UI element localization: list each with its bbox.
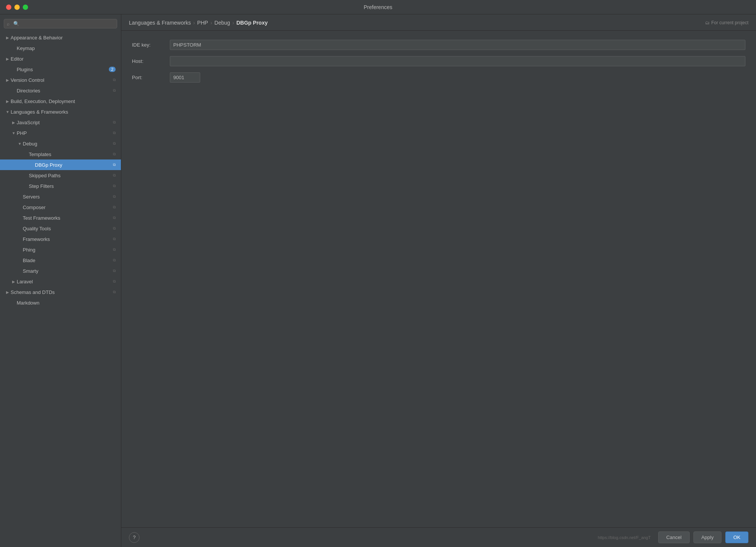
content-header: Languages & Frameworks › PHP › Debug › D… [121,14,756,31]
breadcrumb-part-1: Languages & Frameworks [129,20,191,26]
sidebar-label-templates: Templates [29,152,111,157]
expand-arrow-php [11,130,17,136]
sidebar-label-editor: Editor [11,56,117,62]
sidebar-label-version-control: Version Control [11,77,111,83]
sidebar-label-composer: Composer [23,205,111,210]
breadcrumb-current: DBGp Proxy [237,20,268,26]
search-input[interactable] [4,19,117,28]
sidebar-label-markdown: Markdown [17,300,117,306]
expand-arrow-debug [17,141,23,147]
sidebar: ⌕ Appearance & Behavior Keymap Editor Pl… [0,14,121,547]
sidebar-item-editor[interactable]: Editor [0,53,121,64]
sidebar-item-composer[interactable]: Composer ⧉ [0,202,121,213]
sidebar-item-test-frameworks[interactable]: Test Frameworks ⧉ [0,213,121,223]
copy-icon-servers: ⧉ [111,194,117,200]
minimize-button[interactable] [14,5,20,10]
expand-arrow-build [5,98,11,104]
traffic-lights[interactable] [6,5,28,10]
sidebar-item-quality-tools[interactable]: Quality Tools ⧉ [0,223,121,234]
sidebar-item-build[interactable]: Build, Execution, Deployment [0,96,121,106]
ok-button[interactable]: OK [725,531,748,543]
expand-arrow-javascript [11,119,17,125]
breadcrumb-sep-3: › [232,20,234,26]
copy-icon-phing: ⧉ [111,247,117,253]
for-project-text: For current project [711,20,748,25]
close-button[interactable] [6,5,11,10]
btn-group: Cancel Apply OK [658,531,748,543]
port-label: Port: [132,75,170,80]
ide-key-label: IDE key: [132,42,170,48]
search-container: ⌕ [0,17,121,32]
sidebar-item-templates[interactable]: Templates ⧉ [0,149,121,159]
breadcrumb: Languages & Frameworks › PHP › Debug › D… [129,20,268,26]
sidebar-label-php: PHP [17,130,111,136]
sidebar-item-skipped-paths[interactable]: Skipped Paths ⧉ [0,170,121,181]
host-row: Host: [132,56,745,66]
form-content: IDE key: Host: Port: [121,31,756,527]
sidebar-item-step-filters[interactable]: Step Filters ⧉ [0,181,121,191]
copy-icon-javascript: ⧉ [111,119,117,125]
sidebar-item-languages[interactable]: Languages & Frameworks [0,106,121,117]
sidebar-item-keymap[interactable]: Keymap [0,43,121,53]
cancel-button[interactable]: Cancel [658,531,689,543]
sidebar-item-version-control[interactable]: Version Control ⧉ [0,75,121,85]
copy-icon-test-frameworks: ⧉ [111,215,117,221]
sidebar-label-quality-tools: Quality Tools [23,226,111,231]
copy-icon-quality-tools: ⧉ [111,225,117,231]
bottom-bar: ? https://blog.csdn.net/F_angT Cancel Ap… [121,527,756,547]
sidebar-item-frameworks[interactable]: Frameworks ⧉ [0,234,121,244]
sidebar-item-plugins[interactable]: Plugins 2 [0,64,121,75]
content-area: Languages & Frameworks › PHP › Debug › D… [121,14,756,547]
sidebar-label-blade: Blade [23,258,111,263]
sidebar-label-laravel: Laravel [17,279,111,284]
copy-icon-frameworks: ⧉ [111,236,117,242]
expand-arrow-editor [5,56,11,62]
copy-icon-dbgp-proxy: ⧉ [111,162,117,168]
breadcrumb-sep-1: › [193,20,195,26]
sidebar-item-blade[interactable]: Blade ⧉ [0,255,121,266]
host-input[interactable] [170,56,745,66]
port-row: Port: [132,72,745,83]
sidebar-item-php[interactable]: PHP ⧉ [0,128,121,138]
sidebar-label-schemas: Schemas and DTDs [11,289,111,295]
sidebar-item-debug[interactable]: Debug ⧉ [0,138,121,149]
sidebar-item-phing[interactable]: Phing ⧉ [0,244,121,255]
maximize-button[interactable] [23,5,28,10]
sidebar-item-dbgp-proxy[interactable]: DBGp Proxy ⧉ [0,159,121,170]
port-input[interactable] [170,72,200,83]
plugins-badge: 2 [109,67,116,72]
for-project: 🗂 For current project [705,20,748,25]
host-label: Host: [132,58,170,64]
sidebar-label-directories: Directories [17,88,111,94]
copy-icon-blade: ⧉ [111,257,117,263]
sidebar-label-frameworks: Frameworks [23,236,111,242]
copy-icon-directories: ⧉ [111,88,117,94]
sidebar-label-javascript: JavaScript [17,120,111,125]
main-container: ⌕ Appearance & Behavior Keymap Editor Pl… [0,14,756,547]
title-bar: Preferences [0,0,756,14]
apply-button[interactable]: Apply [693,531,722,543]
watermark: https://blog.csdn.net/F_angT [140,535,658,540]
breadcrumb-sep-2: › [210,20,212,26]
sidebar-item-servers[interactable]: Servers ⧉ [0,191,121,202]
sidebar-item-javascript[interactable]: JavaScript ⧉ [0,117,121,128]
help-button[interactable]: ? [129,532,140,543]
sidebar-label-languages: Languages & Frameworks [11,109,117,115]
expand-arrow-version-control [5,77,11,83]
sidebar-item-markdown[interactable]: Markdown [0,297,121,308]
sidebar-item-appearance[interactable]: Appearance & Behavior [0,32,121,43]
copy-icon-step-filters: ⧉ [111,183,117,189]
sidebar-label-build: Build, Execution, Deployment [11,98,117,104]
sidebar-label-smarty: Smarty [23,268,111,274]
sidebar-item-smarty[interactable]: Smarty ⧉ [0,266,121,276]
sidebar-label-step-filters: Step Filters [29,183,111,189]
sidebar-item-laravel[interactable]: Laravel ⧉ [0,276,121,287]
sidebar-label-servers: Servers [23,194,111,200]
sidebar-item-directories[interactable]: Directories ⧉ [0,85,121,96]
copy-icon-php: ⧉ [111,130,117,136]
ide-key-input[interactable] [170,40,745,50]
sidebar-label-dbgp-proxy: DBGp Proxy [35,162,111,168]
for-project-icon: 🗂 [705,20,710,25]
breadcrumb-part-3: Debug [215,20,230,26]
sidebar-item-schemas[interactable]: Schemas and DTDs ⧉ [0,287,121,297]
